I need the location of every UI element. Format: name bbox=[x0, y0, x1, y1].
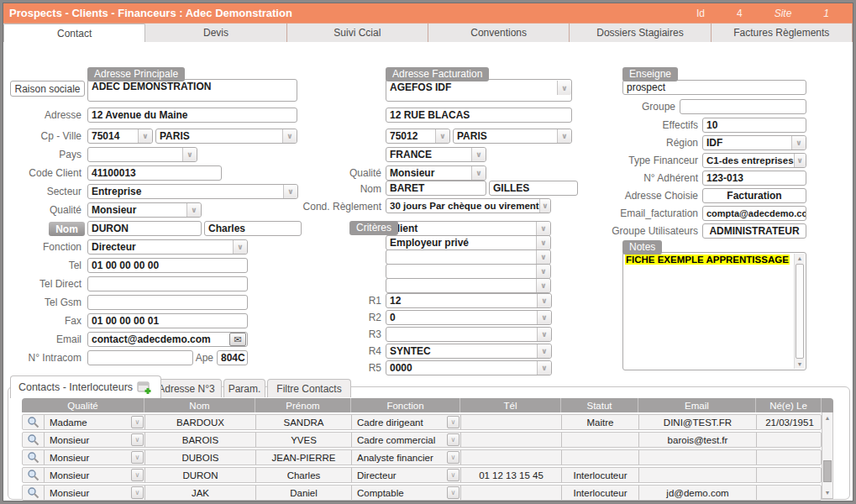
pays-facturation-combo[interactable]: FRANCE∨ bbox=[386, 147, 486, 162]
dropdown-arrow-icon[interactable]: ∨ bbox=[539, 199, 550, 213]
col-header-ne-le[interactable]: Né(e) Le bbox=[756, 398, 822, 412]
dropdown-arrow-icon[interactable]: ∨ bbox=[182, 148, 197, 161]
fax-field[interactable]: 01 00 00 00 01 bbox=[87, 313, 248, 328]
table-row[interactable]: Monsieur∨ BAROIS YVES Cadre commercial∨ … bbox=[22, 432, 822, 448]
tab-filtre-contacts[interactable]: Filtre Contacts bbox=[267, 379, 351, 397]
r3-combo[interactable]: ∨ bbox=[386, 327, 552, 342]
type-financeur-combo[interactable]: C1-des entreprises∨ bbox=[702, 153, 806, 168]
dropdown-arrow-icon[interactable]: ∨ bbox=[282, 129, 297, 143]
ape-field[interactable]: 804C bbox=[217, 350, 248, 365]
email-facturation-field[interactable]: compta@adecdemo.com bbox=[702, 206, 806, 221]
scroll-up-icon[interactable]: ▲ bbox=[795, 254, 805, 263]
tab-suivi-ccial[interactable]: Suivi Ccial bbox=[287, 24, 428, 42]
tel-direct-field[interactable] bbox=[87, 276, 248, 291]
table-row[interactable]: Monsieur∨ DURON Charles Directeur∨ 01 12… bbox=[22, 467, 822, 483]
row-lookup-button[interactable] bbox=[23, 450, 45, 465]
dropdown-arrow-icon[interactable]: ∨ bbox=[131, 433, 144, 446]
dropdown-arrow-icon[interactable]: ∨ bbox=[131, 469, 144, 481]
table-row[interactable]: Monsieur∨ DUBOIS JEAN-PIERRE Analyste fi… bbox=[22, 449, 822, 465]
adresse-facturation-field[interactable]: 12 RUE BLACAS bbox=[386, 108, 572, 123]
adresse-choisie-field[interactable]: Facturation bbox=[702, 188, 806, 203]
secteur-combo[interactable]: Entreprise∨ bbox=[87, 184, 298, 199]
tab-contacts-interlocuteurs[interactable]: Contacts - Interlocuteurs bbox=[10, 375, 161, 398]
code-client-field[interactable]: 41100013 bbox=[87, 165, 222, 181]
prenom-facturation-field[interactable]: GILLES bbox=[489, 181, 578, 196]
dropdown-arrow-icon[interactable]: ∨ bbox=[536, 265, 550, 278]
table-row[interactable]: Madame∨ BARDOUX SANDRA Cadre dirigeant∨ … bbox=[22, 414, 822, 430]
critere-2-combo[interactable]: Employeur privé∨ bbox=[386, 235, 551, 250]
table-scrollbar-thumb[interactable] bbox=[823, 460, 832, 482]
tab-param[interactable]: Param. bbox=[223, 379, 265, 397]
dropdown-arrow-icon[interactable]: ∨ bbox=[536, 222, 550, 235]
adresse-field[interactable]: 12 Avenue du Maine bbox=[87, 108, 297, 123]
dropdown-arrow-icon[interactable]: ∨ bbox=[131, 416, 144, 428]
dropdown-arrow-icon[interactable]: ∨ bbox=[537, 294, 551, 307]
ville-combo[interactable]: PARIS∨ bbox=[155, 129, 297, 144]
cp-facturation-combo[interactable]: 75012∨ bbox=[386, 129, 450, 144]
r5-combo[interactable]: 0000∨ bbox=[386, 360, 552, 375]
tel-field[interactable]: 01 00 00 00 00 bbox=[87, 258, 248, 273]
qualite-combo[interactable]: Monsieur∨ bbox=[87, 202, 202, 218]
tab-dossiers-stagiaires[interactable]: Dossiers Stagiaires bbox=[570, 24, 711, 42]
critere-3-combo[interactable]: ∨ bbox=[386, 249, 551, 265]
tab-factures-reglements[interactable]: Factures Règlements bbox=[712, 24, 853, 42]
r4-combo[interactable]: SYNTEC∨ bbox=[386, 344, 552, 359]
prenom-field[interactable]: Charles bbox=[204, 221, 302, 236]
groupe-field[interactable] bbox=[680, 99, 806, 114]
dropdown-arrow-icon[interactable]: ∨ bbox=[186, 203, 201, 217]
dropdown-arrow-icon[interactable]: ∨ bbox=[138, 129, 152, 143]
dropdown-arrow-icon[interactable]: ∨ bbox=[283, 185, 297, 198]
col-header-tel[interactable]: Tél bbox=[460, 398, 561, 412]
scroll-down-icon[interactable]: ▼ bbox=[795, 360, 805, 369]
organisme-facturation-combo[interactable]: AGEFOS IDF∨ bbox=[386, 79, 572, 102]
send-email-button[interactable]: ✉ bbox=[229, 333, 246, 346]
dropdown-arrow-icon[interactable]: ∨ bbox=[471, 166, 486, 180]
dropdown-arrow-icon[interactable]: ∨ bbox=[447, 451, 460, 464]
dropdown-arrow-icon[interactable]: ∨ bbox=[557, 81, 571, 95]
ville-facturation-combo[interactable]: PARIS∨ bbox=[453, 129, 572, 144]
effectifs-field[interactable]: 10 bbox=[702, 118, 806, 133]
email-field[interactable]: contact@adecdemo.com✉ bbox=[87, 332, 248, 347]
dropdown-arrow-icon[interactable]: ∨ bbox=[435, 129, 449, 143]
dropdown-arrow-icon[interactable]: ∨ bbox=[233, 240, 247, 254]
notes-textarea[interactable]: FICHE EXEMPLE APPRENTISSAGE ▲ ▼ bbox=[622, 252, 806, 370]
col-header-statut[interactable]: Statut bbox=[561, 398, 638, 412]
nom-facturation-field[interactable]: BARET bbox=[386, 181, 486, 196]
dropdown-arrow-icon[interactable]: ∨ bbox=[131, 451, 144, 464]
dropdown-arrow-icon[interactable]: ∨ bbox=[536, 236, 550, 249]
critere-1-combo[interactable]: Client∨ bbox=[386, 221, 551, 236]
fonction-combo[interactable]: Directeur∨ bbox=[87, 239, 248, 255]
critere-5-combo[interactable]: ∨ bbox=[386, 278, 551, 293]
row-lookup-button[interactable] bbox=[23, 433, 45, 447]
dropdown-arrow-icon[interactable]: ∨ bbox=[447, 416, 460, 428]
nom-button[interactable]: Nom bbox=[49, 222, 85, 236]
tab-adresse-n3[interactable]: Adresse N°3 bbox=[151, 379, 222, 397]
table-row[interactable]: Monsieur∨ JAK Daniel Comptable∨ Interloc… bbox=[22, 485, 822, 501]
tab-contact[interactable]: Contact bbox=[3, 24, 145, 42]
dropdown-arrow-icon[interactable]: ∨ bbox=[537, 361, 551, 375]
r1-combo[interactable]: 12∨ bbox=[386, 293, 552, 308]
dropdown-arrow-icon[interactable]: ∨ bbox=[131, 486, 144, 499]
raison-sociale-button[interactable]: Raison sociale bbox=[10, 81, 85, 97]
row-lookup-button[interactable] bbox=[23, 486, 45, 500]
tab-devis[interactable]: Devis bbox=[145, 24, 286, 42]
notes-scrollbar-thumb[interactable] bbox=[796, 264, 804, 359]
dropdown-arrow-icon[interactable]: ∨ bbox=[447, 469, 460, 481]
intracom-field[interactable] bbox=[87, 350, 193, 365]
raison-sociale-field[interactable]: ADEC DEMONSTRATION bbox=[87, 79, 297, 102]
dropdown-arrow-icon[interactable]: ∨ bbox=[447, 433, 460, 446]
tab-conventions[interactable]: Conventions bbox=[428, 24, 570, 42]
nom-field[interactable]: DURON bbox=[87, 221, 202, 236]
pays-combo[interactable]: ∨ bbox=[87, 147, 197, 162]
cond-reglement-combo[interactable]: 30 jours Par chèque ou virement∨ bbox=[386, 198, 551, 213]
dropdown-arrow-icon[interactable]: ∨ bbox=[536, 250, 550, 264]
col-header-email[interactable]: Email bbox=[638, 398, 756, 412]
col-header-prenom[interactable]: Prénom bbox=[255, 398, 351, 412]
r2-combo[interactable]: 0∨ bbox=[386, 310, 552, 325]
groupe-utilisateurs-field[interactable]: ADMINISTRATEUR bbox=[702, 223, 806, 239]
row-lookup-button[interactable] bbox=[23, 468, 45, 482]
dropdown-arrow-icon[interactable]: ∨ bbox=[537, 344, 551, 358]
table-scrollbar[interactable]: ▲ ▼ bbox=[822, 412, 833, 499]
dropdown-arrow-icon[interactable]: ∨ bbox=[791, 136, 806, 150]
dropdown-arrow-icon[interactable]: ∨ bbox=[794, 154, 806, 167]
